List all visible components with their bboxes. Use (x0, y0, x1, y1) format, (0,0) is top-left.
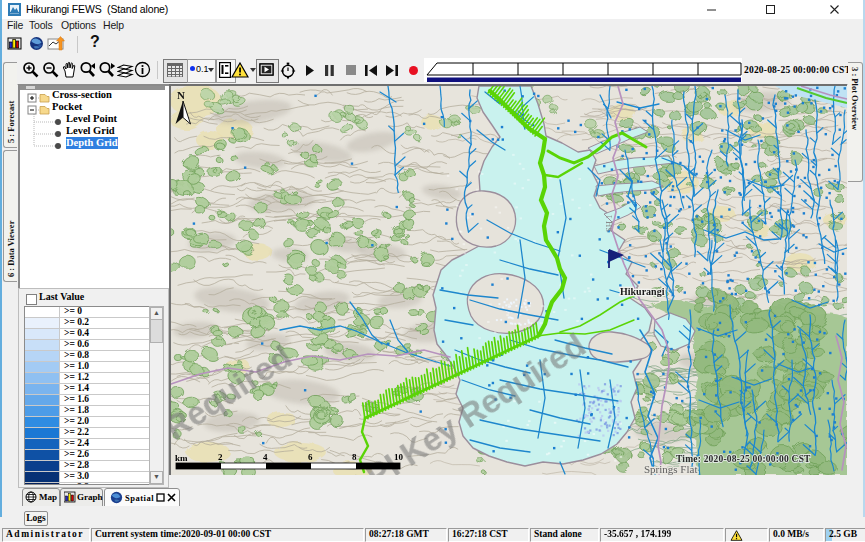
svg-text:km: km (175, 453, 188, 463)
svg-text:Hikurangi: Hikurangi (620, 286, 665, 297)
svg-text:Time: 2020-08-25 00:00:00 CST: Time: 2020-08-25 00:00:00 CST (676, 454, 811, 464)
svg-text:10: 10 (394, 452, 404, 462)
svg-text:N: N (177, 89, 185, 101)
svg-text:Springs Flat: Springs Flat (644, 463, 697, 475)
svg-text:4: 4 (263, 452, 268, 462)
svg-text:6: 6 (308, 452, 313, 462)
svg-text:SH 1: SH 1 (604, 215, 614, 232)
svg-text:2: 2 (218, 452, 223, 462)
svg-text:8: 8 (352, 452, 357, 462)
